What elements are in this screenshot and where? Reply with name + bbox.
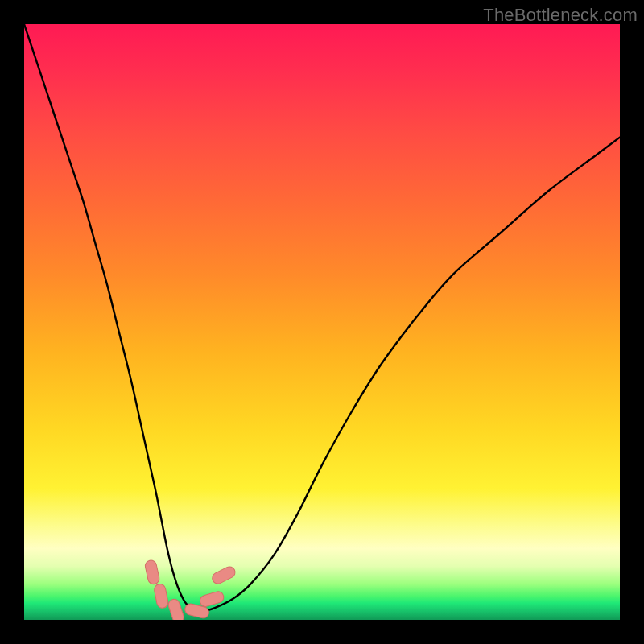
- optimal-marker: [210, 565, 237, 586]
- bottleneck-curve-svg: [24, 24, 620, 620]
- chart-frame: TheBottleneck.com: [0, 0, 644, 644]
- optimal-marker: [153, 583, 169, 609]
- plot-area: [24, 24, 620, 620]
- watermark-text: TheBottleneck.com: [483, 5, 638, 26]
- optimal-marker: [167, 597, 185, 620]
- optimal-marker: [144, 559, 160, 585]
- optimal-range-markers: [144, 559, 237, 620]
- bottleneck-curve: [24, 24, 620, 611]
